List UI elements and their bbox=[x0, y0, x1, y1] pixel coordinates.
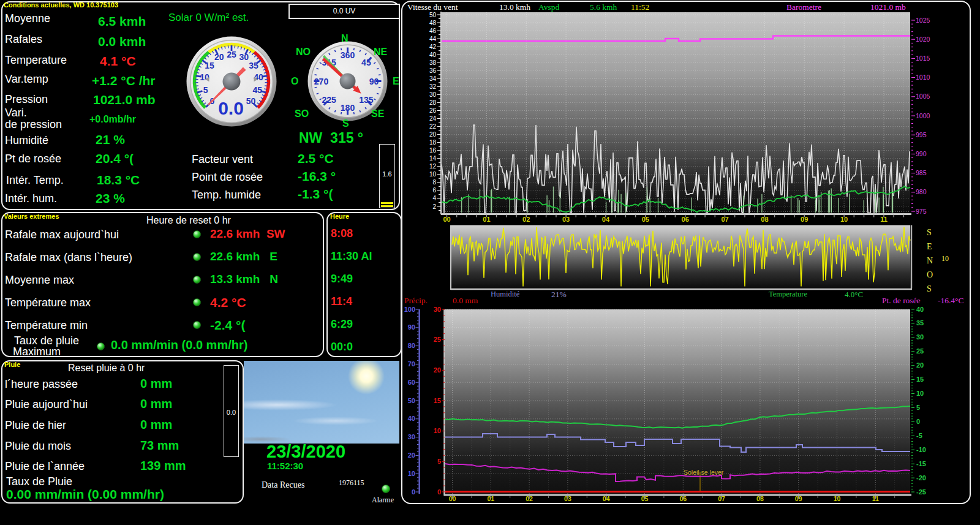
svg-text:40: 40 bbox=[429, 51, 437, 58]
svg-text:25: 25 bbox=[227, 50, 236, 59]
svg-text:14: 14 bbox=[429, 155, 437, 162]
svg-text:40: 40 bbox=[916, 306, 924, 313]
svg-text:360: 360 bbox=[341, 50, 355, 60]
svg-text:5.6 kmh: 5.6 kmh bbox=[590, 2, 617, 12]
svg-text:36: 36 bbox=[429, 67, 437, 74]
svg-text:10: 10 bbox=[916, 390, 924, 397]
svg-text:18: 18 bbox=[429, 139, 437, 146]
svg-text:50: 50 bbox=[246, 96, 256, 106]
svg-text:N: N bbox=[927, 256, 933, 265]
svg-text:12: 12 bbox=[429, 163, 437, 170]
svg-text:11:52: 11:52 bbox=[631, 2, 649, 12]
svg-text:20: 20 bbox=[434, 366, 441, 374]
svg-text:Précip.: Précip. bbox=[404, 296, 428, 305]
svg-text:20: 20 bbox=[214, 52, 224, 62]
svg-text:Barometre: Barometre bbox=[786, 2, 821, 12]
svg-text:15: 15 bbox=[205, 61, 214, 70]
svg-text:135: 135 bbox=[359, 95, 374, 105]
svg-text:E: E bbox=[927, 242, 932, 251]
svg-text:45: 45 bbox=[361, 58, 371, 67]
svg-text:15: 15 bbox=[434, 397, 441, 404]
svg-text:Vitesse du vent: Vitesse du vent bbox=[407, 2, 458, 12]
svg-text:-16.4°C: -16.4°C bbox=[938, 296, 964, 305]
svg-text:225: 225 bbox=[322, 95, 336, 105]
svg-text:0: 0 bbox=[916, 418, 920, 425]
svg-text:32: 32 bbox=[429, 83, 437, 90]
svg-text:5: 5 bbox=[203, 85, 208, 95]
svg-text:10: 10 bbox=[408, 470, 415, 477]
svg-text:10: 10 bbox=[429, 171, 437, 178]
svg-text:Humidité: Humidité bbox=[491, 290, 520, 298]
svg-text:24: 24 bbox=[429, 115, 437, 122]
svg-text:Temperature: Temperature bbox=[769, 290, 807, 298]
svg-text:42: 42 bbox=[429, 43, 437, 50]
svg-text:16: 16 bbox=[429, 147, 437, 154]
svg-text:35: 35 bbox=[249, 61, 258, 70]
svg-text:Pt. de rosée: Pt. de rosée bbox=[882, 296, 921, 305]
svg-text:48: 48 bbox=[429, 20, 437, 26]
svg-text:30: 30 bbox=[434, 306, 441, 313]
svg-text:35: 35 bbox=[916, 319, 924, 327]
svg-text:1000: 1000 bbox=[916, 112, 930, 119]
svg-text:26: 26 bbox=[429, 107, 437, 114]
svg-text:5: 5 bbox=[916, 404, 920, 411]
svg-text:30: 30 bbox=[408, 433, 415, 440]
svg-text:0.0: 0.0 bbox=[218, 98, 244, 118]
svg-text:S: S bbox=[927, 228, 932, 237]
svg-text:4.0°C: 4.0°C bbox=[845, 290, 863, 299]
svg-text:50: 50 bbox=[429, 12, 437, 18]
svg-text:1010: 1010 bbox=[916, 74, 930, 81]
svg-text:20: 20 bbox=[408, 451, 415, 459]
svg-text:6: 6 bbox=[432, 187, 436, 194]
svg-text:25: 25 bbox=[434, 336, 441, 343]
svg-text:O: O bbox=[927, 270, 933, 279]
svg-text:1021.0 mb: 1021.0 mb bbox=[870, 2, 906, 12]
svg-text:40: 40 bbox=[408, 415, 415, 422]
svg-text:4: 4 bbox=[432, 195, 436, 202]
svg-text:975: 975 bbox=[916, 208, 927, 215]
svg-text:990: 990 bbox=[916, 150, 927, 157]
svg-text:1015: 1015 bbox=[916, 55, 930, 62]
svg-text:1020: 1020 bbox=[916, 36, 930, 43]
svg-text:980: 980 bbox=[916, 188, 927, 195]
svg-text:90: 90 bbox=[408, 323, 415, 331]
svg-text:180: 180 bbox=[341, 103, 355, 113]
svg-text:28: 28 bbox=[429, 99, 437, 106]
svg-text:-10: -10 bbox=[916, 446, 926, 453]
svg-text:13.0 kmh: 13.0 kmh bbox=[499, 2, 530, 12]
svg-text:38: 38 bbox=[429, 59, 437, 66]
svg-text:25: 25 bbox=[916, 347, 924, 355]
svg-text:30: 30 bbox=[429, 91, 437, 98]
svg-text:1025: 1025 bbox=[916, 17, 930, 24]
svg-text:Avspd: Avspd bbox=[538, 2, 560, 12]
svg-text:995: 995 bbox=[916, 131, 927, 138]
svg-text:90: 90 bbox=[369, 77, 379, 86]
svg-text:80: 80 bbox=[408, 342, 415, 349]
svg-text:Soleil se lever: Soleil se lever bbox=[684, 469, 724, 476]
svg-text:10: 10 bbox=[941, 254, 949, 263]
svg-text:8: 8 bbox=[432, 179, 436, 186]
svg-text:-25: -25 bbox=[916, 488, 926, 496]
svg-text:45: 45 bbox=[253, 85, 263, 95]
svg-text:34: 34 bbox=[429, 75, 437, 82]
svg-text:22: 22 bbox=[429, 123, 437, 130]
svg-text:985: 985 bbox=[916, 169, 927, 176]
svg-text:60: 60 bbox=[408, 379, 415, 386]
svg-text:46: 46 bbox=[429, 28, 437, 34]
svg-text:0: 0 bbox=[437, 488, 441, 496]
svg-text:0.0 mm: 0.0 mm bbox=[453, 296, 478, 305]
svg-text:10: 10 bbox=[434, 427, 441, 434]
svg-text:20: 20 bbox=[916, 361, 924, 369]
svg-text:-15: -15 bbox=[916, 460, 926, 467]
svg-text:15: 15 bbox=[916, 376, 924, 383]
svg-text:2: 2 bbox=[432, 203, 436, 210]
svg-text:70: 70 bbox=[408, 360, 415, 368]
svg-text:30: 30 bbox=[916, 333, 924, 341]
svg-text:30: 30 bbox=[239, 52, 249, 62]
svg-text:0: 0 bbox=[412, 488, 415, 496]
svg-text:50: 50 bbox=[408, 397, 415, 404]
svg-text:270: 270 bbox=[314, 77, 329, 86]
svg-text:44: 44 bbox=[429, 36, 437, 42]
svg-text:1005: 1005 bbox=[916, 93, 930, 100]
svg-text:S: S bbox=[927, 284, 932, 293]
